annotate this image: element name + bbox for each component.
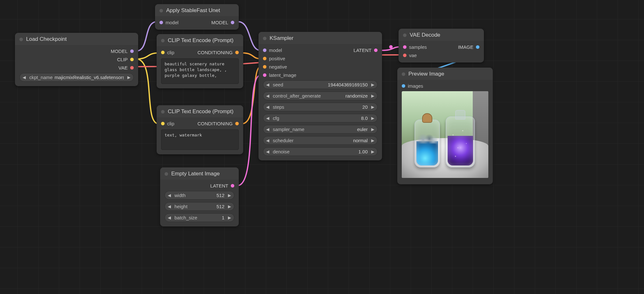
input-negative-label: negative [269, 64, 287, 70]
node-title: Apply StableFast Unet [166, 7, 220, 14]
widget-label: steps [273, 104, 284, 110]
arrow-right-icon[interactable]: ▶ [370, 105, 375, 109]
prompt-textarea[interactable]: beautiful scenery nature glass bottle la… [161, 58, 239, 84]
batch-size-widget[interactable]: ◀batch_size1▶ [165, 213, 234, 222]
arrow-right-icon[interactable]: ▶ [227, 193, 232, 198]
seed-widget[interactable]: ◀seed194404369169150▶ [263, 80, 378, 89]
node-preview-image[interactable]: Preview Image images [397, 68, 493, 184]
arrow-left-icon[interactable]: ◀ [167, 204, 172, 209]
node-header[interactable]: Empty Latent Image [160, 167, 239, 180]
arrow-right-icon[interactable]: ▶ [370, 149, 375, 154]
steps-widget[interactable]: ◀steps20▶ [263, 103, 378, 111]
arrow-right-icon[interactable]: ▶ [370, 82, 375, 87]
node-clip-encode-positive[interactable]: CLIP Text Encode (Prompt) clip CONDITION… [157, 34, 243, 88]
arrow-left-icon[interactable]: ◀ [265, 93, 270, 98]
node-load-checkpoint[interactable]: Load Checkpoint MODEL CLIP VAE ◀ ckpt_na… [15, 33, 138, 86]
widget-label: sampler_name [273, 127, 304, 132]
port-clip-out[interactable] [130, 58, 134, 61]
widget-value: 194404369169150 [285, 82, 368, 87]
port-vae-in[interactable] [403, 54, 407, 57]
port-clip-in[interactable] [161, 122, 165, 125]
arrow-left-icon[interactable]: ◀ [265, 127, 270, 132]
ckpt-name-widget[interactable]: ◀ ckpt_name majicmixRealistic_v6.safeten… [19, 73, 134, 82]
arrow-right-icon[interactable]: ▶ [227, 215, 232, 220]
preview-output-image[interactable] [402, 91, 488, 178]
node-header[interactable]: CLIP Text Encode (Prompt) [157, 34, 243, 46]
port-clip-in[interactable] [161, 51, 165, 54]
arrow-left-icon[interactable]: ◀ [265, 149, 270, 154]
node-title: Preview Image [408, 71, 444, 77]
control-after-generate-widget[interactable]: ◀control_after_generaterandomize▶ [263, 92, 378, 100]
port-vae-out[interactable] [130, 66, 134, 70]
cfg-widget[interactable]: ◀cfg8.0▶ [263, 114, 378, 122]
arrow-left-icon[interactable]: ◀ [265, 138, 270, 143]
collapse-dot-icon[interactable] [403, 33, 407, 37]
port-latent-out[interactable] [231, 184, 234, 187]
port-samples-in[interactable] [403, 45, 407, 49]
widget-value: 1.00 [292, 149, 368, 154]
width-widget[interactable]: ◀width512▶ [165, 191, 234, 200]
arrow-right-icon[interactable]: ▶ [370, 93, 375, 98]
node-header[interactable]: Apply StableFast Unet [155, 4, 239, 16]
arrow-right-icon[interactable]: ▶ [370, 116, 375, 121]
port-positive-in[interactable] [263, 57, 266, 60]
collapse-dot-icon[interactable] [161, 110, 165, 114]
node-title: Empty Latent Image [171, 171, 220, 177]
node-header[interactable]: VAE Decode [399, 29, 484, 41]
arrow-left-icon[interactable]: ◀ [22, 75, 27, 80]
widget-label: ckpt_name [29, 75, 53, 80]
port-model-in[interactable] [159, 21, 163, 24]
collapse-dot-icon[interactable] [161, 39, 165, 42]
input-model-label: model [269, 48, 282, 53]
arrow-left-icon[interactable]: ◀ [265, 82, 270, 87]
collapse-dot-icon[interactable] [402, 72, 405, 76]
arrow-right-icon[interactable]: ▶ [227, 204, 232, 209]
collapse-dot-icon[interactable] [165, 172, 168, 176]
input-vae-label: vae [409, 53, 417, 58]
port-image-out[interactable] [476, 45, 479, 49]
height-widget[interactable]: ◀height512▶ [165, 202, 234, 211]
node-header[interactable]: Load Checkpoint [15, 33, 138, 45]
arrow-right-icon[interactable]: ▶ [370, 138, 375, 143]
port-latent-image-in[interactable] [263, 73, 266, 77]
node-vae-decode[interactable]: VAE Decode samples IMAGE vae [399, 29, 484, 62]
collapse-dot-icon[interactable] [263, 37, 266, 40]
node-header[interactable]: CLIP Text Encode (Prompt) [157, 105, 243, 117]
node-ksampler[interactable]: KSampler model LATENT positive negative … [258, 32, 382, 160]
arrow-left-icon[interactable]: ◀ [265, 116, 270, 121]
sampler-name-widget[interactable]: ◀sampler_nameeuler▶ [263, 125, 378, 134]
prompt-textarea[interactable]: text, watermark [161, 129, 239, 150]
node-title: Load Checkpoint [26, 36, 67, 42]
port-negative-in[interactable] [263, 65, 266, 69]
port-model-out[interactable] [231, 21, 234, 24]
port-model-out[interactable] [130, 49, 134, 53]
node-stablefast-unet[interactable]: Apply StableFast Unet model MODEL [155, 4, 239, 30]
port-conditioning-out[interactable] [235, 51, 239, 54]
node-header[interactable]: Preview Image [397, 68, 493, 80]
output-clip-label: CLIP [117, 57, 128, 62]
arrow-right-icon[interactable]: ▶ [370, 127, 375, 132]
node-empty-latent[interactable]: Empty Latent Image LATENT ◀width512▶ ◀he… [160, 167, 239, 226]
node-title: CLIP Text Encode (Prompt) [168, 37, 233, 44]
collapse-dot-icon[interactable] [19, 38, 23, 41]
denoise-widget[interactable]: ◀denoise1.00▶ [263, 147, 378, 156]
port-latent-out[interactable] [374, 48, 378, 52]
scheduler-widget[interactable]: ◀schedulernormal▶ [263, 136, 378, 145]
widget-value: 512 [189, 204, 224, 209]
input-model-label: model [166, 20, 179, 25]
port-conditioning-out[interactable] [235, 122, 239, 125]
collapse-dot-icon[interactable] [159, 9, 163, 12]
arrow-left-icon[interactable]: ◀ [167, 193, 172, 198]
port-model-in[interactable] [263, 48, 266, 52]
node-title: KSampler [270, 35, 294, 41]
arrow-left-icon[interactable]: ◀ [265, 105, 270, 109]
port-images-in[interactable] [402, 84, 405, 88]
arrow-left-icon[interactable]: ◀ [167, 215, 172, 220]
widget-value: euler [306, 127, 368, 132]
widget-value: 1 [199, 215, 224, 220]
widget-label: width [174, 193, 186, 198]
node-clip-encode-negative[interactable]: CLIP Text Encode (Prompt) clip CONDITION… [157, 105, 243, 154]
widget-label: seed [273, 82, 283, 87]
arrow-right-icon[interactable]: ▶ [126, 75, 131, 80]
node-header[interactable]: KSampler [258, 32, 382, 44]
